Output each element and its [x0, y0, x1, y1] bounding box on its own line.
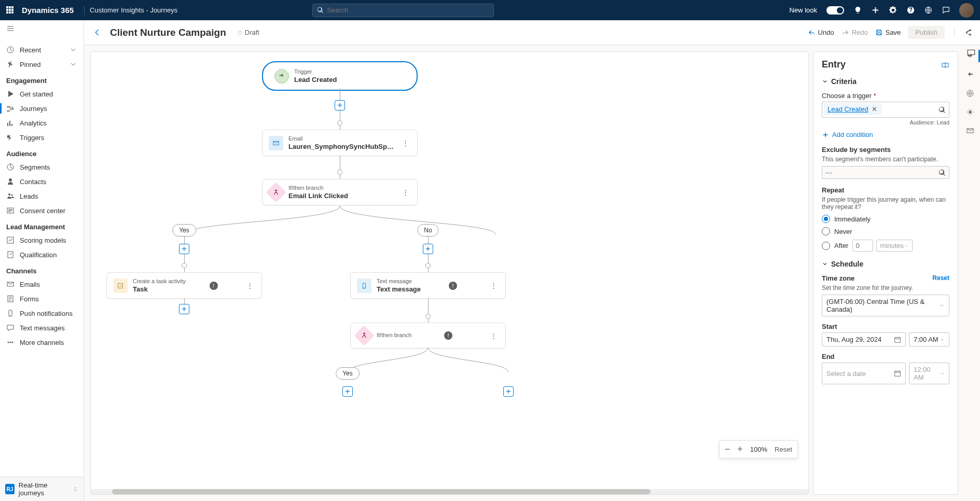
exclude-input[interactable] [822, 166, 949, 179]
end-label: End [822, 353, 949, 360]
radio-never[interactable]: Never [822, 227, 949, 235]
audience-text: Audience: Lead [822, 119, 949, 126]
branch-no-label[interactable]: No [417, 224, 438, 236]
sidebar-recent[interactable]: Recent [0, 43, 84, 57]
group-audience: Audience [0, 145, 84, 160]
end-date-input[interactable]: Select a date [822, 363, 906, 384]
save-button[interactable]: Save [875, 29, 901, 36]
scoring-icon [6, 236, 15, 244]
publish-button[interactable]: Publish [908, 26, 945, 39]
zoom-out-button[interactable]: − [725, 444, 730, 455]
back-button[interactable] [92, 29, 103, 36]
branch-yes-label[interactable]: Yes [336, 367, 360, 380]
timezone-desc: Set the time zone for the journey. [822, 284, 949, 291]
area-switcher[interactable]: RJ Real-time journeys [0, 477, 84, 501]
node-branch-1[interactable]: If/then branchEmail Link Clicked ⋮ [262, 179, 418, 205]
connector-circle[interactable] [182, 263, 187, 268]
journey-canvas[interactable]: TriggerLead Created + EmailLauren_Sympho… [90, 51, 809, 495]
connector-circle[interactable] [425, 263, 431, 268]
chevron-down-icon [940, 371, 945, 376]
global-search[interactable] [312, 4, 494, 17]
sidebar-journeys[interactable]: Journeys [0, 101, 84, 116]
rail-settings-icon[interactable] [965, 107, 975, 117]
search-input[interactable] [327, 6, 489, 14]
radio-immediately[interactable]: Immediately [822, 215, 949, 223]
trigger-link[interactable]: Lead Created [827, 105, 868, 113]
rename-icon[interactable] [941, 61, 949, 69]
sidebar-leads[interactable]: Leads [0, 189, 84, 203]
sidebar-more[interactable]: More channels [0, 335, 84, 350]
timezone-reset-link[interactable]: Reset [932, 274, 949, 282]
section-schedule[interactable]: Schedule [822, 260, 949, 268]
connector-circle[interactable] [337, 170, 342, 175]
node-menu-icon[interactable]: ⋮ [488, 282, 499, 289]
end-time-input[interactable]: 12:00 AM [909, 363, 949, 384]
sidebar-forms[interactable]: Forms [0, 291, 84, 306]
svg-rect-22 [895, 337, 901, 342]
sidebar-push[interactable]: Push notifications [0, 306, 84, 321]
node-menu-icon[interactable]: ⋮ [244, 282, 255, 289]
plus-icon[interactable] [871, 6, 879, 15]
sidebar-text[interactable]: Text messages [0, 321, 84, 335]
sidebar-emails[interactable]: Emails [0, 277, 84, 291]
sidebar-pinned[interactable]: Pinned [0, 57, 84, 72]
lightbulb-icon[interactable] [853, 6, 862, 15]
connector-circle[interactable] [425, 314, 431, 319]
chat-icon[interactable] [942, 6, 950, 15]
after-value-input[interactable] [852, 240, 873, 252]
share-icon[interactable] [964, 29, 972, 36]
node-menu-icon[interactable]: ⋮ [488, 332, 499, 340]
app-launcher[interactable] [6, 6, 15, 15]
add-step-button[interactable]: + [503, 386, 514, 397]
search-icon[interactable] [938, 106, 946, 114]
add-step-button[interactable]: + [179, 244, 189, 254]
node-email[interactable]: EmailLauren_SymphonySyncHubSpot_Market..… [262, 130, 418, 156]
timezone-select[interactable]: (GMT-06:00) Central Time (US & Canada) [822, 295, 949, 316]
add-step-button[interactable]: + [342, 386, 353, 397]
rail-exit-icon[interactable] [965, 70, 975, 79]
globe-icon[interactable] [924, 6, 932, 15]
add-step-button[interactable]: + [423, 244, 433, 254]
branch-yes-label[interactable]: Yes [172, 224, 196, 236]
trigger-field[interactable]: Lead Created ✕ [822, 102, 949, 118]
node-trigger[interactable]: TriggerLead Created [262, 61, 418, 91]
node-menu-icon[interactable]: ⋮ [400, 188, 411, 196]
gear-icon[interactable] [889, 6, 897, 15]
help-icon[interactable] [906, 6, 915, 15]
avatar[interactable] [959, 3, 974, 18]
add-step-button[interactable]: + [335, 100, 345, 110]
start-time-input[interactable]: 7:00 AM [909, 332, 949, 346]
connector-circle[interactable] [337, 120, 342, 126]
node-menu-icon[interactable]: ⋮ [400, 139, 411, 147]
hamburger-icon[interactable] [0, 20, 84, 38]
node-task[interactable]: Create a task activityTask ! ⋮ [106, 272, 262, 299]
copilot-button[interactable] [967, 48, 976, 59]
rail-email-icon[interactable] [965, 126, 975, 135]
chevron-down-icon [69, 46, 77, 54]
sidebar-qualification[interactable]: Qualification [0, 247, 84, 262]
rail-goal-icon[interactable] [965, 89, 975, 98]
add-step-button[interactable]: + [179, 304, 189, 314]
sidebar-consent[interactable]: Consent center [0, 203, 84, 218]
start-date-input[interactable]: Thu, Aug 29, 2024 [822, 332, 906, 346]
node-branch-2[interactable]: If/then branch ! ⋮ [350, 323, 506, 349]
pin-icon [6, 60, 15, 68]
section-criteria[interactable]: Criteria [822, 77, 949, 86]
remove-trigger-icon[interactable]: ✕ [872, 105, 877, 113]
sidebar-triggers[interactable]: Triggers [0, 130, 84, 145]
zoom-reset-button[interactable]: Reset [775, 446, 792, 453]
after-unit-select[interactable]: minutes [876, 240, 913, 252]
svg-rect-23 [895, 371, 901, 377]
sidebar-segments[interactable]: Segments [0, 160, 84, 174]
radio-after[interactable]: After minutes [822, 240, 949, 252]
undo-button[interactable]: Undo [808, 29, 834, 36]
zoom-in-button[interactable]: + [737, 444, 743, 455]
redo-button[interactable]: Redo [841, 29, 868, 36]
add-condition-button[interactable]: Add condition [822, 131, 949, 138]
sidebar-contacts[interactable]: Contacts [0, 174, 84, 189]
newlook-toggle[interactable] [826, 6, 844, 15]
sidebar-scoring[interactable]: Scoring models [0, 233, 84, 247]
sidebar-getstarted[interactable]: Get started [0, 87, 84, 101]
node-text[interactable]: Text messageText message ! ⋮ [350, 272, 506, 299]
sidebar-analytics[interactable]: Analytics [0, 116, 84, 130]
